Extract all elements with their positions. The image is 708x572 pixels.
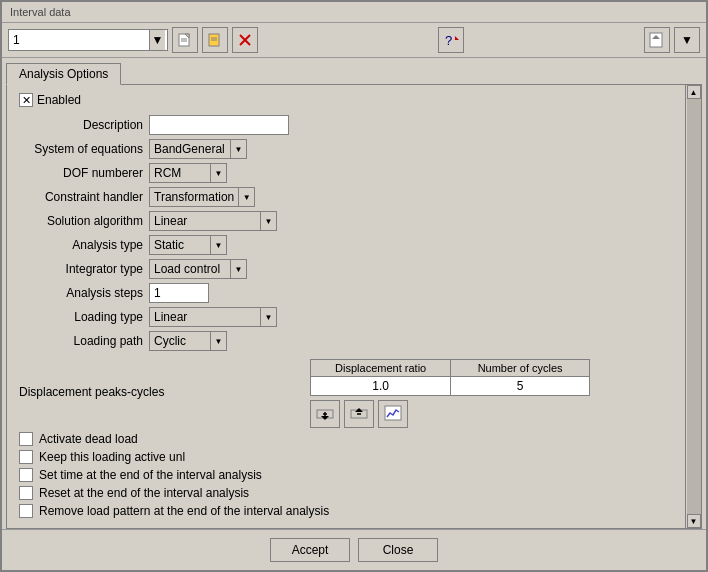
loading-type-select[interactable]: Linear ▼ — [149, 307, 277, 327]
displacement-table-body: 1.0 5 — [311, 377, 589, 395]
dof-numberer-label: DOF numberer — [19, 166, 149, 180]
new-icon — [177, 32, 193, 48]
dropdown-extra-button[interactable]: ▼ — [674, 27, 700, 53]
remove-load-checkbox[interactable] — [19, 504, 33, 518]
chart-button[interactable] — [378, 400, 408, 428]
close-label: Close — [383, 543, 414, 557]
loading-path-select[interactable]: Cyclic ▼ — [149, 331, 227, 351]
constraint-handler-value: Transformation — [150, 189, 238, 205]
keep-loading-active-checkbox[interactable] — [19, 450, 33, 464]
vertical-scrollbar[interactable]: ▲ ▼ — [685, 85, 701, 528]
set-time-checkbox[interactable] — [19, 468, 33, 482]
svg-text:?: ? — [445, 33, 452, 48]
delete-icon — [237, 32, 253, 48]
interval-input[interactable]: 1 — [9, 31, 149, 49]
enabled-checkbox[interactable]: ✕ — [19, 93, 33, 107]
tag-button[interactable] — [202, 27, 228, 53]
integrator-type-arrow[interactable]: ▼ — [230, 260, 246, 278]
remove-row-icon — [350, 405, 368, 423]
reset-label: Reset at the end of the interval analysi… — [39, 486, 249, 500]
interval-dropdown-arrow[interactable]: ▼ — [149, 30, 165, 50]
remove-load-row: Remove load pattern at the end of the in… — [19, 504, 673, 518]
loading-path-arrow[interactable]: ▼ — [210, 332, 226, 350]
dropdown-extra-icon: ▼ — [681, 33, 693, 47]
dof-numberer-row: DOF numberer RCM ▼ — [19, 163, 673, 183]
system-of-equations-row: System of equations BandGeneral ▼ — [19, 139, 673, 159]
window-title: Interval data — [10, 6, 71, 18]
scrollbar-track[interactable] — [687, 99, 701, 514]
activate-dead-load-checkbox[interactable] — [19, 432, 33, 446]
tab-analysis-options-label: Analysis Options — [19, 67, 108, 81]
toolbar: 1 ▼ ? — [2, 23, 706, 58]
constraint-handler-select[interactable]: Transformation ▼ — [149, 187, 255, 207]
close-button[interactable]: Close — [358, 538, 438, 562]
scroll-container[interactable]: ✕ Enabled Description System of equation… — [7, 85, 685, 528]
tab-analysis-options[interactable]: Analysis Options — [6, 63, 121, 85]
displacement-table-header: Displacement ratio Number of cycles — [311, 360, 589, 377]
system-of-equations-value: BandGeneral — [150, 141, 230, 157]
integrator-type-select[interactable]: Load control ▼ — [149, 259, 247, 279]
analysis-steps-label: Analysis steps — [19, 286, 149, 300]
displacement-ratio-value: 1.0 — [311, 377, 451, 395]
solution-algorithm-arrow[interactable]: ▼ — [260, 212, 276, 230]
solution-algorithm-value: Linear — [150, 213, 260, 229]
reset-checkbox[interactable] — [19, 486, 33, 500]
add-row-button[interactable] — [310, 400, 340, 428]
set-time-label: Set time at the end of the interval anal… — [39, 468, 262, 482]
constraint-handler-arrow[interactable]: ▼ — [238, 188, 254, 206]
keep-loading-active-row: Keep this loading active unl — [19, 450, 673, 464]
analysis-steps-input[interactable]: 1 — [149, 283, 209, 303]
tab-bar: Analysis Options — [2, 58, 706, 84]
solution-algorithm-select[interactable]: Linear ▼ — [149, 211, 277, 231]
description-row: Description — [19, 115, 673, 135]
svg-marker-10 — [455, 36, 459, 40]
analysis-type-value: Static — [150, 237, 210, 253]
loading-type-label: Loading type — [19, 310, 149, 324]
delete-button[interactable] — [232, 27, 258, 53]
analysis-type-row: Analysis type Static ▼ — [19, 235, 673, 255]
scroll-down-button[interactable]: ▼ — [687, 514, 701, 528]
system-of-equations-select[interactable]: BandGeneral ▼ — [149, 139, 247, 159]
dof-numberer-select[interactable]: RCM ▼ — [149, 163, 227, 183]
remove-row-button[interactable] — [344, 400, 374, 428]
description-input[interactable] — [149, 115, 289, 135]
enabled-row: ✕ Enabled — [19, 93, 673, 107]
accept-label: Accept — [292, 543, 329, 557]
analysis-type-select[interactable]: Static ▼ — [149, 235, 227, 255]
constraint-handler-row: Constraint handler Transformation ▼ — [19, 187, 673, 207]
table-row: 1.0 5 — [311, 377, 589, 395]
add-row-icon — [316, 405, 334, 423]
help-icon: ? — [443, 32, 459, 48]
chart-icon — [384, 405, 402, 423]
export-button[interactable] — [644, 27, 670, 53]
bottom-bar: Accept Close — [2, 529, 706, 570]
enabled-label: Enabled — [37, 93, 81, 107]
analysis-type-label: Analysis type — [19, 238, 149, 252]
keep-loading-active-label: Keep this loading active unl — [39, 450, 185, 464]
loading-type-arrow[interactable]: ▼ — [260, 308, 276, 326]
loading-type-row: Loading type Linear ▼ — [19, 307, 673, 327]
activate-dead-load-label: Activate dead load — [39, 432, 138, 446]
analysis-type-arrow[interactable]: ▼ — [210, 236, 226, 254]
analysis-steps-row: Analysis steps 1 — [19, 283, 673, 303]
scroll-up-button[interactable]: ▲ — [687, 85, 701, 99]
displacement-peaks-row: Displacement peaks-cycles Displacement r… — [19, 355, 673, 428]
integrator-type-label: Integrator type — [19, 262, 149, 276]
new-button[interactable] — [172, 27, 198, 53]
displacement-peaks-label: Displacement peaks-cycles — [19, 385, 170, 399]
displacement-table: Displacement ratio Number of cycles 1.0 … — [310, 359, 590, 396]
integrator-type-row: Integrator type Load control ▼ — [19, 259, 673, 279]
dof-numberer-value: RCM — [150, 165, 210, 181]
content-area: ✕ Enabled Description System of equation… — [6, 84, 702, 529]
displacement-ratio-header: Displacement ratio — [311, 360, 451, 376]
constraint-handler-label: Constraint handler — [19, 190, 149, 204]
system-of-equations-label: System of equations — [19, 142, 149, 156]
help-button[interactable]: ? — [438, 27, 464, 53]
remove-load-label: Remove load pattern at the end of the in… — [39, 504, 329, 518]
system-of-equations-arrow[interactable]: ▼ — [230, 140, 246, 158]
dof-numberer-arrow[interactable]: ▼ — [210, 164, 226, 182]
content-with-scroll: ✕ Enabled Description System of equation… — [7, 85, 701, 528]
accept-button[interactable]: Accept — [270, 538, 350, 562]
interval-dropdown[interactable]: 1 ▼ — [8, 29, 168, 51]
integrator-type-value: Load control — [150, 261, 230, 277]
